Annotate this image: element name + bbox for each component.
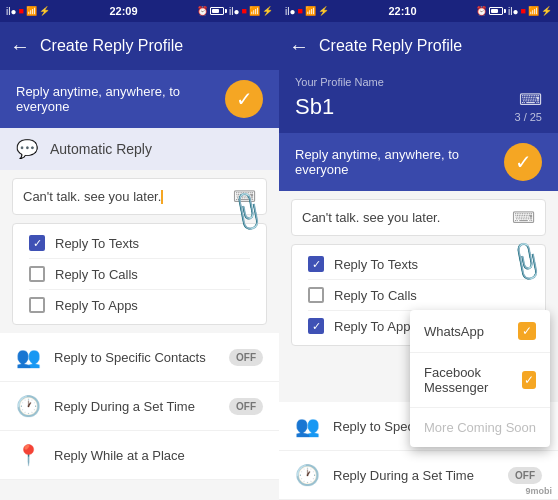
profile-edit-icon[interactable]: ⌨ <box>519 90 542 109</box>
left-reply-texts-checkbox[interactable] <box>29 235 45 251</box>
left-status-right: ⏰ il● ■ 📶 ⚡ <box>197 6 273 17</box>
right-top-bar: ← Create Reply Profile <box>279 22 558 70</box>
left-time-label: Reply During a Set Time <box>54 399 215 414</box>
left-page-title: Create Reply Profile <box>40 37 183 55</box>
left-set-time-row[interactable]: 🕐 Reply During a Set Time OFF <box>0 382 279 431</box>
left-operator-right: il● <box>229 6 239 17</box>
left-check-button[interactable]: ✓ <box>225 80 263 118</box>
right-message-text: Can't talk. see you later. <box>302 210 504 225</box>
right-time-label: Reply During a Set Time <box>333 468 494 483</box>
profile-name-value[interactable]: Sb1 <box>295 94 334 120</box>
left-back-button[interactable]: ← <box>10 35 30 58</box>
profile-name-section: Your Profile Name Sb1 ⌨ 3 / 25 <box>279 70 558 133</box>
profile-name-counter: 3 / 25 <box>514 111 542 123</box>
right-status-left: il● ■ 📶 ⚡ <box>285 6 329 17</box>
right-back-button[interactable]: ← <box>289 35 309 58</box>
right-set-time-row[interactable]: 🕐 Reply During a Set Time OFF <box>279 451 558 500</box>
left-specific-contacts-row[interactable]: 👥 Reply to Specific Contacts OFF <box>0 333 279 382</box>
right-reply-apps-checkbox[interactable] <box>308 318 324 334</box>
chat-icon: 💬 <box>16 138 38 160</box>
right-banner-text: Reply anytime, anywhere, to everyone <box>295 147 504 177</box>
left-section-title: Automatic Reply <box>50 141 152 157</box>
left-section-header: 💬 Automatic Reply <box>0 128 279 170</box>
right-page-title: Create Reply Profile <box>319 37 462 55</box>
right-time-toggle[interactable]: OFF <box>508 467 542 484</box>
right-banner: Reply anytime, anywhere, to everyone ✓ <box>279 133 558 191</box>
right-operator-right: il● <box>508 6 518 17</box>
left-battery-icon <box>210 7 227 15</box>
left-place-row[interactable]: 📍 Reply While at a Place <box>0 431 279 480</box>
right-time: 22:10 <box>388 5 416 17</box>
left-reply-apps-label: Reply To Apps <box>55 298 138 313</box>
left-top-bar: ← Create Reply Profile <box>0 22 279 70</box>
left-reply-calls-checkbox[interactable] <box>29 266 45 282</box>
left-place-icon: 📍 <box>16 443 40 467</box>
left-status-left: il● ■ 📶 ⚡ <box>6 6 50 17</box>
left-time-toggle[interactable]: OFF <box>229 398 263 415</box>
right-reply-texts-checkbox[interactable] <box>308 256 324 272</box>
left-status-bar: il● ■ 📶 ⚡ 22:09 ⏰ il● ■ 📶 ⚡ <box>0 0 279 22</box>
watermark: 9mobi <box>525 486 552 496</box>
right-panel: il● ■ 📶 ⚡ 22:10 ⏰ il● ■ 📶 ⚡ ← Create Rep… <box>279 0 558 500</box>
right-status-bar: il● ■ 📶 ⚡ 22:10 ⏰ il● ■ 📶 ⚡ <box>279 0 558 22</box>
left-reply-calls-item[interactable]: Reply To Calls <box>29 259 250 290</box>
profile-name-row: Sb1 ⌨ 3 / 25 <box>295 90 542 123</box>
left-reply-apps-item[interactable]: Reply To Apps <box>29 290 250 320</box>
left-reply-calls-label: Reply To Calls <box>55 267 138 282</box>
right-signal-icons: 📶 <box>305 6 316 16</box>
right-keyboard-icon: ⌨ <box>512 208 535 227</box>
left-message-text: Can't talk. see you later. <box>23 189 225 205</box>
right-reply-calls-label: Reply To Calls <box>334 288 417 303</box>
facebook-label: Facebook Messenger <box>424 365 522 395</box>
whatsapp-item[interactable]: WhatsApp ✓ <box>410 310 550 353</box>
left-panel: il● ■ 📶 ⚡ 22:09 ⏰ il● ■ 📶 ⚡ ← Create Rep… <box>0 0 279 500</box>
more-item: More Coming Soon <box>410 408 550 447</box>
left-time-icon: 🕐 <box>16 394 40 418</box>
right-reply-calls-checkbox[interactable] <box>308 287 324 303</box>
left-checkbox-list: Reply To Texts Reply To Calls Reply To A… <box>12 223 267 325</box>
profile-name-label: Your Profile Name <box>295 76 542 88</box>
right-reply-apps-label: Reply To Apps <box>334 319 417 334</box>
left-time: 22:09 <box>109 5 137 17</box>
left-reply-texts-label: Reply To Texts <box>55 236 139 251</box>
right-reply-texts-label: Reply To Texts <box>334 257 418 272</box>
left-place-label: Reply While at a Place <box>54 448 263 463</box>
left-rows: 👥 Reply to Specific Contacts OFF 🕐 Reply… <box>0 333 279 480</box>
left-banner-text: Reply anytime, anywhere, to everyone <box>16 84 225 114</box>
right-contacts-icon: 👥 <box>295 414 319 438</box>
facebook-check[interactable]: ✓ <box>522 371 536 389</box>
right-status-right: ⏰ il● ■ 📶 ⚡ <box>476 6 552 17</box>
left-contacts-toggle[interactable]: OFF <box>229 349 263 366</box>
right-message-box[interactable]: Can't talk. see you later. ⌨ <box>291 199 546 236</box>
left-reply-apps-checkbox[interactable] <box>29 297 45 313</box>
apps-dropdown: WhatsApp ✓ Facebook Messenger ✓ More Com… <box>410 310 550 447</box>
whatsapp-label: WhatsApp <box>424 324 484 339</box>
right-reply-calls-item[interactable]: Reply To Calls <box>308 280 529 311</box>
whatsapp-check[interactable]: ✓ <box>518 322 536 340</box>
left-signal-icons: 📶 <box>26 6 37 16</box>
right-operator: il● <box>285 6 295 17</box>
right-check-button[interactable]: ✓ <box>504 143 542 181</box>
left-banner: Reply anytime, anywhere, to everyone ✓ <box>0 70 279 128</box>
right-battery-icon <box>489 7 506 15</box>
right-reply-texts-item[interactable]: Reply To Texts <box>308 249 529 280</box>
left-operator: il● <box>6 6 16 17</box>
facebook-item[interactable]: Facebook Messenger ✓ <box>410 353 550 408</box>
left-contacts-icon: 👥 <box>16 345 40 369</box>
left-contacts-label: Reply to Specific Contacts <box>54 350 215 365</box>
more-label: More Coming Soon <box>424 420 536 435</box>
left-reply-texts-item[interactable]: Reply To Texts <box>29 228 250 259</box>
right-time-icon: 🕐 <box>295 463 319 487</box>
